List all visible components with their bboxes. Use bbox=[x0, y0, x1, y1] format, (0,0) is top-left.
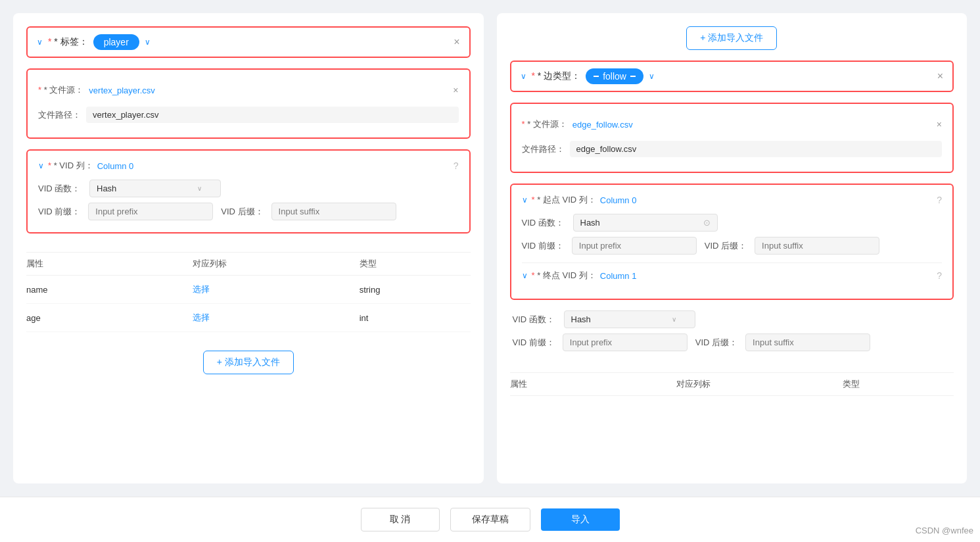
vid-suffix-label: VID 后缀： bbox=[221, 206, 263, 218]
src-clear-icon[interactable]: ⊙ bbox=[703, 218, 711, 228]
dst-vid-chevron-icon[interactable]: ∨ bbox=[522, 271, 528, 280]
dst-vid-column-value[interactable]: Column 1 bbox=[600, 271, 637, 281]
panel-close-icon[interactable]: × bbox=[454, 36, 459, 48]
vid-column-value[interactable]: Column 0 bbox=[97, 161, 134, 171]
dst-vid-prefix-label: VID 前缀： bbox=[513, 337, 555, 349]
props-header-type: 类型 bbox=[360, 258, 471, 270]
edge-file-section-close-icon[interactable]: × bbox=[937, 119, 942, 130]
file-source-value[interactable]: vertex_player.csv bbox=[89, 86, 154, 95]
tag-label: * * 标签： bbox=[48, 36, 88, 48]
file-section-close-icon[interactable]: × bbox=[453, 85, 458, 95]
edge-file-path-value: edge_follow.csv bbox=[570, 141, 943, 157]
edge-file-source-label: * * 文件源： bbox=[522, 118, 567, 130]
follow-badge[interactable]: follow bbox=[586, 68, 643, 84]
vid-prefix-input[interactable] bbox=[88, 203, 213, 220]
edge-props-header-type: 类型 bbox=[843, 378, 954, 390]
table-row: name 选择 string bbox=[26, 276, 471, 304]
dst-vid-help-icon[interactable]: ? bbox=[937, 270, 942, 281]
file-path-label: 文件路径： bbox=[38, 109, 81, 121]
edge-props-header-col: 对应列标 bbox=[676, 378, 843, 390]
edge-props-header-attr: 属性 bbox=[510, 378, 676, 390]
edge-panel-close-icon[interactable]: × bbox=[937, 70, 943, 82]
prop-col-1[interactable]: 选择 bbox=[193, 283, 359, 295]
table-row: age 选择 int bbox=[26, 304, 471, 332]
src-vid-chevron-icon[interactable]: ∨ bbox=[522, 195, 528, 205]
vid-func-select[interactable]: Hash ∨ bbox=[89, 180, 221, 197]
vid-title: * * VID 列： bbox=[48, 160, 93, 172]
src-vid-prefix-input[interactable] bbox=[572, 237, 697, 255]
dst-vid-func-label: VID 函数： bbox=[513, 314, 559, 326]
prop-name-1: name bbox=[26, 285, 193, 295]
vid-prefix-label: VID 前缀： bbox=[38, 206, 80, 218]
src-vid-suffix-label: VID 后缀： bbox=[705, 240, 747, 252]
tag-chevron-icon[interactable]: ∨ bbox=[145, 37, 151, 47]
save-draft-button[interactable]: 保存草稿 bbox=[450, 508, 530, 531]
dst-vid-prefix-input[interactable] bbox=[563, 333, 688, 351]
add-file-button-right-top[interactable]: + 添加导入文件 bbox=[686, 26, 777, 50]
edge-type-label: * * 边类型： bbox=[532, 70, 581, 82]
edge-badge-chevron-icon[interactable]: ∨ bbox=[649, 72, 655, 81]
edge-file-path-label: 文件路径： bbox=[522, 143, 565, 155]
vid-chevron-icon[interactable]: ∨ bbox=[38, 161, 44, 170]
vid-help-icon[interactable]: ? bbox=[454, 160, 459, 171]
import-button[interactable]: 导入 bbox=[541, 508, 620, 531]
src-vid-prefix-label: VID 前缀： bbox=[522, 240, 564, 252]
dst-vid-title: * * 终点 VID 列： bbox=[532, 270, 596, 282]
src-vid-title: * * 起点 VID 列： bbox=[532, 194, 596, 206]
props-table: 属性 对应列标 类型 name 选择 string age 选择 int bbox=[26, 252, 471, 332]
prop-col-2[interactable]: 选择 bbox=[193, 312, 359, 324]
prop-type-1: string bbox=[360, 285, 471, 295]
file-path-value: vertex_player.csv bbox=[86, 107, 459, 123]
player-badge[interactable]: player bbox=[93, 34, 139, 50]
prop-type-2: int bbox=[360, 313, 471, 323]
add-file-button-left[interactable]: + 添加导入文件 bbox=[203, 351, 294, 374]
src-vid-suffix-input[interactable] bbox=[755, 237, 879, 255]
vid-suffix-input[interactable] bbox=[271, 203, 396, 220]
src-vid-column-value[interactable]: Column 0 bbox=[600, 195, 637, 205]
chevron-down-icon[interactable]: ∨ bbox=[37, 37, 43, 47]
edge-chevron-icon[interactable]: ∨ bbox=[521, 72, 526, 81]
vid-func-label: VID 函数： bbox=[38, 183, 84, 195]
src-vid-help-icon[interactable]: ? bbox=[937, 195, 942, 205]
file-source-label: * * 文件源： bbox=[38, 84, 83, 96]
edge-file-source-value[interactable]: edge_follow.csv bbox=[572, 120, 633, 130]
edge-props-table: 属性 对应列标 类型 bbox=[510, 372, 954, 396]
watermark: CSDN @wnfee bbox=[916, 526, 973, 535]
props-header-col: 对应列标 bbox=[193, 258, 359, 270]
dst-vid-suffix-label: VID 后缀： bbox=[695, 337, 737, 349]
props-header-attr: 属性 bbox=[26, 258, 193, 270]
dst-vid-func-select[interactable]: Hash ∨ bbox=[564, 310, 695, 328]
dst-vid-suffix-input[interactable] bbox=[745, 333, 870, 351]
src-vid-func-label: VID 函数： bbox=[522, 217, 568, 229]
src-vid-func-select[interactable]: Hash ⊙ bbox=[573, 214, 718, 232]
prop-name-2: age bbox=[26, 313, 193, 323]
cancel-button[interactable]: 取 消 bbox=[361, 508, 440, 531]
